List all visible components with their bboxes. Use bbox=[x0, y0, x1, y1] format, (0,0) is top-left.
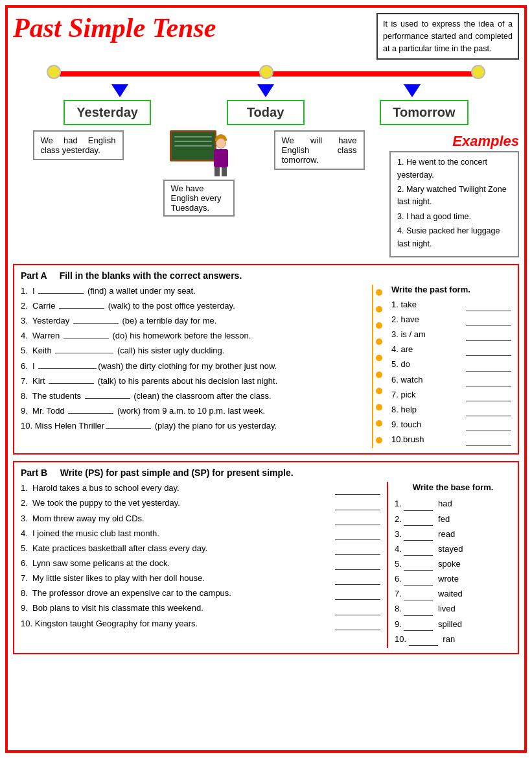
examples-title: Examples bbox=[389, 133, 519, 150]
labels-row: Yesterday Today Tomorrow bbox=[13, 100, 519, 125]
example-2: 2. Mary watched Twilight Zone last night… bbox=[397, 184, 511, 209]
content-examples-row: We had English class yesterday. bbox=[13, 130, 519, 257]
arrow-tomorrow bbox=[404, 84, 421, 97]
page-container: Past Simple Tense It is used to express … bbox=[5, 5, 527, 753]
teacher-leg-right bbox=[222, 167, 227, 176]
arrow-today bbox=[257, 84, 274, 97]
part-a-right: Write the past form. 1. take 2. have 3. … bbox=[385, 285, 511, 448]
teacher-head bbox=[216, 138, 226, 148]
label-today: Today bbox=[227, 100, 305, 125]
board-line-2 bbox=[174, 141, 212, 142]
arrow-yesterday bbox=[111, 84, 128, 97]
parta-item-10: 10. Miss Helen Thriller (play) the piano… bbox=[21, 420, 365, 432]
yesterday-speech: We had English class yesterday. bbox=[33, 130, 124, 160]
dot-center bbox=[259, 65, 273, 79]
right-item-3: 3. is / am bbox=[391, 328, 511, 341]
part-b-right: Write the base form. 1. had 2. fed 3. re… bbox=[388, 482, 511, 648]
partb-item-7: 7. My little sister likes to play with h… bbox=[21, 572, 380, 585]
dot-4 bbox=[376, 338, 382, 345]
dot-6 bbox=[376, 372, 382, 378]
today-speech: We have English every Tuesdays. bbox=[163, 180, 235, 217]
partb-right-10: 10. ran bbox=[395, 633, 511, 646]
label-yesterday: Yesterday bbox=[64, 100, 151, 125]
label-tomorrow: Tomorrow bbox=[380, 100, 468, 125]
dot-left bbox=[47, 65, 61, 79]
partb-item-2: 2. We took the puppy to the vet yesterda… bbox=[21, 497, 380, 510]
timeline-section: Yesterday Today Tomorrow We had English … bbox=[13, 62, 519, 257]
partb-right-7: 7. waited bbox=[395, 587, 511, 600]
partb-right-9: 9. spilled bbox=[395, 618, 511, 631]
right-item-8: 8. help bbox=[391, 403, 511, 416]
partb-right-1: 1. had bbox=[395, 497, 511, 510]
partb-right-4: 4. stayed bbox=[395, 543, 511, 556]
part-b-left: 1. Harold takes a bus to school every da… bbox=[21, 482, 388, 648]
dot-7 bbox=[376, 388, 382, 394]
parta-item-2: 2. Carrie (walk) to the post office yest… bbox=[21, 300, 365, 313]
partb-right-8: 8. lived bbox=[395, 602, 511, 615]
example-1: 1. He went to the concert yesterday. bbox=[397, 156, 511, 182]
dot-right bbox=[471, 65, 485, 79]
teacher-legs bbox=[214, 167, 227, 176]
examples-section: Examples 1. He went to the concert yeste… bbox=[389, 130, 519, 257]
blackboard-lines bbox=[174, 136, 212, 147]
partb-right-2: 2. fed bbox=[395, 513, 511, 526]
example-3: 3. I had a good time. bbox=[397, 211, 511, 223]
example-4: 4. Susie packed her luggage last night. bbox=[397, 225, 511, 250]
part-a-right-title: Write the past form. bbox=[391, 285, 511, 294]
partb-item-3: 3. Mom threw away my old CDs. bbox=[21, 512, 380, 525]
right-item-6: 6. watch bbox=[391, 373, 511, 386]
parta-item-5: 5. Keith (call) his sister ugly duckling… bbox=[21, 344, 365, 357]
parta-item-1: 1. I (find) a wallet under my seat. bbox=[21, 285, 365, 298]
timeline-content: We had English class yesterday. bbox=[13, 130, 384, 257]
parta-item-7: 7. Kirt (talk) to his parents about his … bbox=[21, 375, 365, 388]
partb-item-4: 4. I joined the music club last month. bbox=[21, 527, 380, 540]
title-row: Past Simple Tense It is used to express … bbox=[13, 13, 519, 60]
partb-item-6: 6. Lynn saw some pelicans at the dock. bbox=[21, 557, 380, 570]
right-item-7: 7. pick bbox=[391, 388, 511, 401]
center-teacher: We have English every Tuesdays. bbox=[163, 130, 235, 217]
timeline-bar-area bbox=[52, 62, 480, 83]
partb-item-9: 9. Bob plans to visit his classmate this… bbox=[21, 602, 380, 615]
right-item-4: 4. are bbox=[391, 343, 511, 356]
examples-box: 1. He went to the concert yesterday. 2. … bbox=[389, 151, 519, 257]
part-b-right-title: Write the base form. bbox=[395, 482, 511, 493]
part-a-section: Part A Fill in the blanks with the corre… bbox=[13, 264, 519, 455]
part-b-section: Part B Write (PS) for past simple and (S… bbox=[13, 461, 519, 654]
part-b-inner: 1. Harold takes a bus to school every da… bbox=[21, 482, 511, 648]
partb-item-10: 10. Kingston taught Geography for many y… bbox=[21, 617, 380, 630]
dot-8 bbox=[376, 404, 382, 410]
page-title: Past Simple Tense bbox=[13, 13, 370, 43]
speech-boxes-row: We had English class yesterday. bbox=[13, 130, 384, 217]
blackboard-area bbox=[170, 130, 228, 176]
dot-2 bbox=[376, 306, 382, 313]
parta-item-6: 6. I (wash) the dirty clothing for my br… bbox=[21, 360, 365, 373]
dot-5 bbox=[376, 355, 382, 361]
parta-item-8: 8. The students (clean) the classroom af… bbox=[21, 390, 365, 403]
teacher-leg-left bbox=[214, 167, 220, 176]
partb-right-6: 6. wrote bbox=[395, 573, 511, 586]
right-item-5: 5. do bbox=[391, 358, 511, 371]
right-item-10: 10.brush bbox=[391, 433, 511, 446]
part-a-inner: 1. I (find) a wallet under my seat. 2. C… bbox=[21, 285, 511, 448]
part-a-header: Part A Fill in the blanks with the corre… bbox=[21, 270, 511, 281]
parta-item-4: 4. Warren (do) his homework before the l… bbox=[21, 329, 365, 342]
tomorrow-speech: We will have English class tomorrow. bbox=[274, 130, 365, 170]
right-item-9: 9. touch bbox=[391, 418, 511, 431]
partb-item-1: 1. Harold takes a bus to school every da… bbox=[21, 482, 380, 495]
board-line-1 bbox=[174, 136, 212, 137]
teacher-figure bbox=[214, 132, 228, 176]
blackboard bbox=[170, 130, 216, 161]
dot-1 bbox=[376, 289, 382, 296]
parta-item-9: 9. Mr. Todd (work) from 9 a.m. to 10 p.m… bbox=[21, 405, 365, 418]
divider-dots bbox=[373, 285, 385, 448]
dot-9 bbox=[376, 420, 382, 427]
teacher-body bbox=[214, 149, 228, 167]
right-item-1: 1. take bbox=[391, 298, 511, 311]
part-b-header: Part B Write (PS) for past simple and (S… bbox=[21, 468, 511, 478]
dot-3 bbox=[376, 322, 382, 329]
partb-right-3: 3. read bbox=[395, 528, 511, 541]
partb-item-5: 5. Kate practices basketball after class… bbox=[21, 542, 380, 555]
partb-item-8: 8. The professor drove an expensive car … bbox=[21, 587, 380, 600]
right-item-2: 2. have bbox=[391, 313, 511, 326]
board-line-3 bbox=[174, 145, 212, 147]
